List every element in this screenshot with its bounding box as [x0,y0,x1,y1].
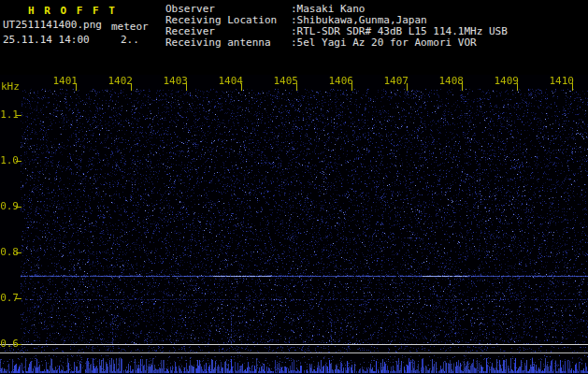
x-tick-label: 1407 [377,76,409,86]
x-tick-label: 1408 [432,76,464,86]
y-tick-label: 1.1 [0,109,19,120]
info-value: :5el Yagi Az 20 for Aomori VOR [291,37,477,49]
y-tick-label: 1.0 [0,155,19,165]
datetime-label: 25.11.14 14:00 [3,34,90,46]
app-title: H R O F F T [28,5,117,17]
x-tick-label: 1405 [266,76,298,86]
spectrogram-canvas [0,75,588,374]
y-axis-unit: kHz [1,80,20,93]
y-tick-label: 0.7 [0,293,19,303]
station-info-table: Observer :Masaki Kano Receiving Location… [165,4,508,49]
counter-label: 2.. [121,34,139,46]
y-tick-label: 0.6 [0,338,19,349]
x-tick-label: 1402 [101,76,133,86]
x-tick-label: 1401 [46,76,78,86]
capture-filename: UT2511141400.png [3,19,102,31]
y-tick-label: 0.8 [0,247,19,257]
y-tick-label: 0.9 [0,201,19,211]
x-tick-label: 1406 [322,76,353,86]
mode-label: meteor [111,21,149,33]
x-tick-label: 1409 [487,76,519,86]
info-label: Receiving antenna [165,37,291,49]
x-tick-label: 1410 [542,76,574,86]
hrofft-window: H R O F F T UT2511141400.png meteor 25.1… [0,0,588,374]
info-row-antenna: Receiving antenna :5el Yagi Az 20 for Ao… [165,37,508,49]
x-tick-label: 1403 [156,76,188,86]
x-tick-label: 1404 [211,76,243,86]
